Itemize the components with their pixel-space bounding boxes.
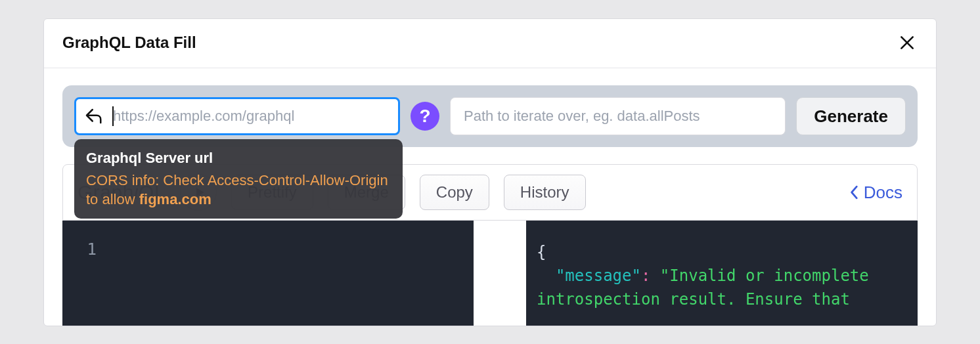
tooltip-body-text: CORS info: Check Access-Control-Allow-Or…: [86, 172, 388, 208]
colon-token: :: [641, 267, 650, 285]
key-token: "message": [556, 267, 641, 285]
brace-token: {: [537, 243, 546, 261]
line-number: 1: [73, 240, 97, 259]
url-input-container: [74, 97, 400, 135]
tooltip-title: Graphql Server url: [86, 148, 391, 168]
close-icon: [899, 34, 916, 51]
chevron-left-icon: [849, 185, 860, 200]
string-token: "Invalid or incomplete: [660, 267, 869, 285]
editor-divider[interactable]: [474, 221, 526, 326]
help-button[interactable]: ?: [411, 102, 439, 131]
toolbar: ? Generate: [62, 85, 918, 147]
text-caret: [112, 106, 114, 126]
question-icon: ?: [419, 106, 430, 127]
url-tooltip: Graphql Server url CORS info: Check Acce…: [74, 139, 403, 219]
tooltip-body-domain: figma.com: [139, 191, 212, 207]
modal-header: GraphQL Data Fill: [44, 19, 936, 68]
modal-dialog: GraphQL Data Fill ? Generate Graphql Ser…: [43, 18, 937, 326]
path-input[interactable]: [450, 97, 786, 135]
generate-button[interactable]: Generate: [796, 97, 906, 135]
docs-button[interactable]: Docs: [849, 183, 902, 203]
graphql-url-input[interactable]: [74, 97, 400, 135]
docs-label: Docs: [864, 183, 902, 203]
line-gutter: 1: [73, 240, 104, 306]
tooltip-body: CORS info: Check Access-Control-Allow-Or…: [86, 171, 391, 209]
string-token: introspection result. Ensure that: [537, 290, 850, 309]
close-button[interactable]: [897, 32, 918, 53]
copy-button[interactable]: Copy: [420, 175, 489, 210]
history-button[interactable]: History: [504, 175, 586, 210]
toolbar-section: ? Generate Graphql Server url CORS info:…: [44, 68, 936, 164]
query-editor[interactable]: 1: [62, 221, 474, 326]
modal-title: GraphQL Data Fill: [62, 33, 196, 52]
editor-row: 1 { "message": "Invalid or incomplete in…: [62, 221, 918, 326]
result-pane[interactable]: { "message": "Invalid or incomplete intr…: [526, 221, 918, 326]
